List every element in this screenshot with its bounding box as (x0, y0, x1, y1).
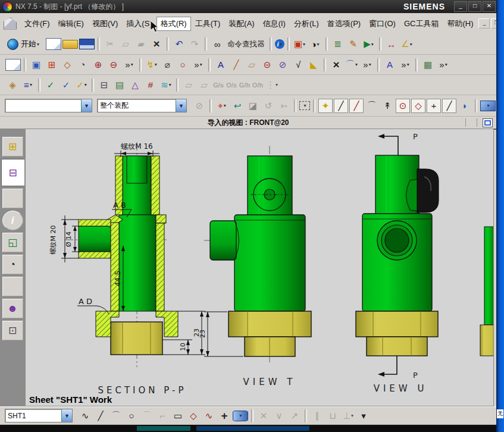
chamfer-button[interactable]: ⌐ (155, 409, 170, 423)
mdi-minimize-button[interactable]: _ (478, 18, 490, 29)
parallel-constraint-button[interactable]: ∥ (310, 409, 324, 423)
undo-button[interactable]: ↶ (172, 37, 186, 51)
balloon-button[interactable]: ⊘ (276, 58, 290, 72)
polygon-button[interactable]: ◇ (186, 409, 201, 423)
export-button[interactable]: ▱ (181, 78, 196, 92)
internet-browser-tab[interactable]: i (2, 211, 23, 230)
eraser-button[interactable]: ◪ (246, 99, 260, 113)
new-file-button[interactable] (46, 38, 61, 50)
datum-feature-button[interactable]: ▱ (245, 58, 259, 72)
shaded-cube-button[interactable]: ▾ (480, 101, 496, 111)
assembly-navigator-tab[interactable]: ⊞ (2, 137, 23, 156)
weld-symbol-button[interactable]: ◣ (306, 58, 321, 72)
midpoint-snap-button[interactable]: ╱ (349, 99, 364, 113)
triangle-symbol-button[interactable]: △ (128, 78, 142, 92)
palette-button[interactable]: ✎ (346, 37, 361, 51)
line-button[interactable]: ╱ (93, 409, 108, 423)
command-finder-button[interactable]: 命令查找器 (226, 37, 267, 51)
copy-text-button[interactable]: ≡▾ (21, 78, 35, 92)
drag-button[interactable]: ➳ (277, 99, 291, 113)
offset-curve-button[interactable]: ▾ (233, 411, 248, 421)
reset-orientation-button[interactable]: ↺ (261, 99, 276, 113)
menu-tools[interactable]: 工具(T) (191, 17, 225, 31)
library-tab[interactable] (2, 189, 23, 208)
rectangle-button[interactable]: ▭ (171, 409, 185, 423)
check-sketch-button[interactable]: ✓ (59, 78, 73, 92)
link-button[interactable]: ⊘ (192, 99, 206, 113)
shaded-display-button[interactable]: ◑▾ (308, 37, 323, 51)
gh-stamp-button[interactable]: G/h (239, 78, 251, 92)
studio-spline-button[interactable]: ∿ (202, 409, 216, 423)
menu-file[interactable]: 文件(F) (20, 17, 54, 31)
radial-dimension-button[interactable]: ○ (176, 58, 190, 72)
view-overflow-button[interactable]: »▾ (122, 58, 136, 72)
table-button[interactable]: ▦ (421, 58, 435, 72)
visualization-tab[interactable] (2, 277, 23, 296)
selection-rectangle-button[interactable]: ▾ (299, 101, 310, 110)
measure-angle-button[interactable]: ∠▾ (400, 37, 414, 51)
orthographic-view-button[interactable]: ⊞ (45, 58, 59, 72)
detail-view-button[interactable]: ◔ (76, 58, 90, 72)
minimize-button[interactable]: _ (454, 1, 467, 12)
snap-target-button[interactable]: ⌖▾ (215, 99, 229, 113)
part-list-button[interactable]: ≣ (331, 37, 345, 51)
menu-assemblies[interactable]: 装配(A) (224, 17, 258, 31)
measure-distance-button[interactable]: ↔ (384, 37, 399, 51)
quick-dimension-button[interactable]: ↯▾ (145, 58, 159, 72)
tangent-snap-button[interactable]: ⌒ (365, 99, 379, 113)
face-snap-button[interactable]: ◗ (458, 99, 472, 113)
table-overflow-button[interactable]: »▾ (436, 58, 450, 72)
leader-button[interactable]: ╱ (229, 58, 243, 72)
sheet-selector-combo[interactable]: SHT1 ▼ (5, 409, 73, 422)
point-on-curve-snap-button[interactable]: ╱ (442, 99, 456, 113)
delete-button[interactable]: × (149, 37, 164, 51)
copy-button[interactable]: ▱ (118, 37, 133, 51)
window-display-button[interactable]: ▣▾ (293, 37, 307, 51)
style-overflow-button[interactable]: »▾ (398, 58, 412, 72)
annotation-tag-button[interactable]: ◈ (5, 78, 20, 92)
intersection-symbol-button[interactable]: × (329, 58, 343, 72)
center-snap-button[interactable]: ⊙ (396, 99, 410, 113)
check-assembly-button[interactable]: ✓▾ (74, 78, 89, 92)
sketch-grid-button[interactable]: # (143, 78, 158, 92)
check-part-button[interactable]: ✓ (43, 78, 58, 92)
gs-stamp-button[interactable]: G/s (212, 78, 224, 92)
menu-preferences[interactable]: 首选项(P) (323, 17, 365, 31)
selection-scope-combo[interactable]: 整个装配 ▼ (97, 99, 187, 112)
note-button[interactable]: A (214, 58, 228, 72)
base-view-button[interactable]: ▣ (29, 58, 43, 72)
play-tool-button[interactable]: ▶▾ (362, 37, 376, 51)
intersection-snap-button[interactable]: + (427, 99, 441, 113)
break-view-button[interactable]: ⊖ (107, 58, 121, 72)
make-corner-button[interactable]: ↗ (287, 409, 302, 423)
vertex-snap-button[interactable]: ↟ (380, 99, 395, 113)
type-filter-combo[interactable]: ▼ (5, 99, 92, 112)
section-view-button[interactable]: ◇ (60, 58, 74, 72)
menu-edit[interactable]: 编辑(E) (54, 17, 88, 31)
cylindrical-dimension-button[interactable]: ⌀ (160, 58, 174, 72)
open-file-button[interactable] (62, 40, 78, 49)
annotation-overflow-button[interactable]: »▾ (360, 58, 374, 72)
close-button[interactable]: ✕ (483, 1, 496, 12)
start-button[interactable]: 开始 ▾ (5, 37, 42, 51)
surface-finish-button[interactable]: √ (291, 58, 305, 72)
paste-button[interactable]: ▰ (134, 37, 148, 51)
menu-information[interactable]: 信息(I) (259, 17, 290, 31)
quick-trim-button[interactable]: ✕ (256, 409, 271, 423)
view-align-button[interactable]: ⊕ (91, 58, 105, 72)
dimension-overflow-button[interactable]: »▾ (191, 58, 205, 72)
drawing-canvas[interactable]: 螺纹M 16 螺纹M 20 Ø 14 (25, 129, 494, 406)
endpoint-snap-button[interactable]: ╱ (334, 99, 348, 113)
oh-stamp-button[interactable]: O/h (252, 78, 264, 92)
info-window-button[interactable]: i▾ (275, 39, 284, 49)
system-tab[interactable]: ⊡ (2, 321, 23, 340)
return-arrow-button[interactable]: ↩ (230, 99, 245, 113)
window-cascade-button[interactable]: ⊟ (97, 78, 111, 92)
circle-button[interactable]: ○ (124, 409, 139, 423)
quick-extend-button[interactable]: ∨ (272, 409, 286, 423)
cut-button[interactable]: ✂ (103, 37, 117, 51)
snap-point-button[interactable]: ✦ (318, 99, 333, 113)
layer-stack-button[interactable]: ≋▾ (159, 78, 173, 92)
binoculars-icon[interactable]: ∞ (210, 37, 224, 51)
perpendicular-constraint-button[interactable]: ⊥▾ (341, 409, 355, 423)
